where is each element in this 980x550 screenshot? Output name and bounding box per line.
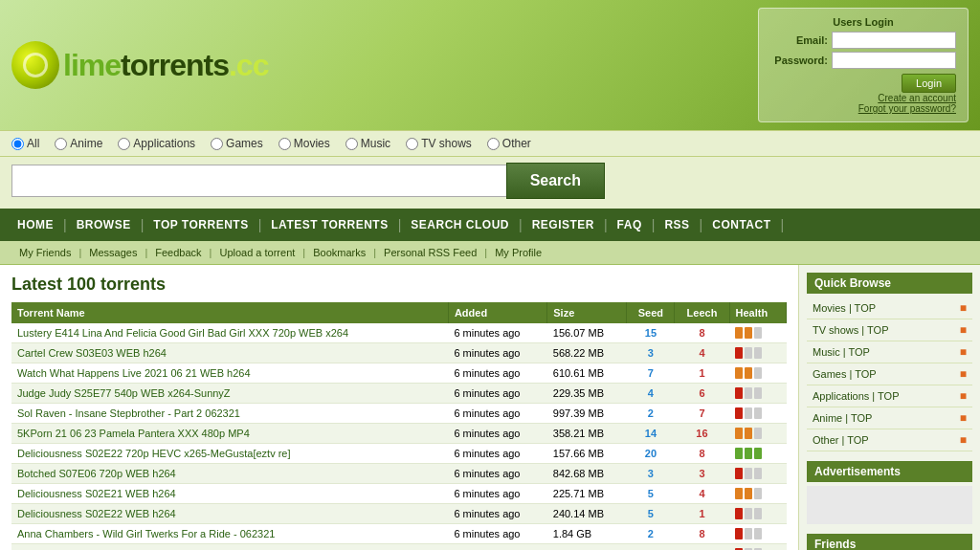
torrent-name-link[interactable]: Lustery E414 Lina And Felicia Good Girl … xyxy=(17,327,348,339)
subnav-friends[interactable]: My Friends xyxy=(11,245,78,260)
torrent-name-link[interactable]: Deliciousness S02E22 WEB h264 xyxy=(17,508,176,519)
filter-games[interactable]: Games xyxy=(211,137,263,150)
torrent-added-cell: 6 minutes ago xyxy=(448,424,546,444)
search-button[interactable]: Search xyxy=(506,163,605,199)
torrent-seed-cell: 2 xyxy=(627,404,675,424)
table-row: Watch What Happens Live 2021 06 21 WEB h… xyxy=(11,363,787,384)
torrent-health-cell xyxy=(729,444,786,464)
col-name: Torrent Name xyxy=(11,302,448,323)
sidebar-other-top-link[interactable]: Other | TOP xyxy=(813,434,869,446)
health-bar xyxy=(735,468,780,479)
sidebar-tvshows-top[interactable]: TV shows | TOP ■ xyxy=(807,319,972,341)
col-seed: Seed xyxy=(627,302,675,323)
sidebar-anime-top-link[interactable]: Anime | TOP xyxy=(813,412,872,424)
health-bar xyxy=(735,387,780,399)
health-bar xyxy=(735,528,780,539)
filter-music[interactable]: Music xyxy=(345,137,390,150)
filter-tvshows[interactable]: TV shows xyxy=(406,137,472,150)
torrent-health-cell xyxy=(729,384,786,404)
password-field[interactable] xyxy=(832,52,956,69)
filter-bar: All Anime Applications Games Movies Musi… xyxy=(0,130,980,157)
torrent-size-cell: 225.71 MB xyxy=(547,484,627,504)
sidebar-games-top-link[interactable]: Games | TOP xyxy=(813,368,877,380)
filter-other[interactable]: Other xyxy=(487,137,531,150)
login-button[interactable]: Login xyxy=(902,74,956,93)
filter-applications[interactable]: Applications xyxy=(118,137,195,150)
table-row: Deliciousness S02E21 WEB h264 6 minutes … xyxy=(11,484,787,504)
torrent-name-link[interactable]: Deliciousness S02E21 WEB h264 xyxy=(17,488,176,499)
torrent-leech-cell: 4 xyxy=(675,484,729,504)
torrent-name-cell: Watch What Happens Live 2021 06 21 WEB h… xyxy=(11,363,448,384)
sidebar-anime-top[interactable]: Anime | TOP ■ xyxy=(807,407,972,429)
login-title: Users Login xyxy=(770,16,956,28)
torrent-name-link[interactable]: Anna Chambers - Wild Girl Twerks For a R… xyxy=(17,528,275,539)
nav-latest-torrents[interactable]: LATEST TORRENTS xyxy=(261,209,397,241)
subnav-upload[interactable]: Upload a torrent xyxy=(212,245,302,260)
subnav-rss-feed[interactable]: Personal RSS Feed xyxy=(376,245,484,260)
ads-placeholder xyxy=(807,486,972,524)
sidebar-music-top[interactable]: Music | TOP ■ xyxy=(807,341,972,363)
rss-icon-games: ■ xyxy=(960,367,967,381)
torrent-added-cell: 6 minutes ago xyxy=(448,363,546,384)
content-area: Latest 100 torrents Torrent Name Added S… xyxy=(0,265,798,550)
search-bar: Search xyxy=(0,157,980,209)
filter-anime[interactable]: Anime xyxy=(55,137,102,150)
sidebar-other-top[interactable]: Other | TOP ■ xyxy=(807,429,972,451)
sidebar-games-top[interactable]: Games | TOP ■ xyxy=(807,363,972,385)
table-row: Judge Judy S25E77 540p WEB x264-SunnyZ 6… xyxy=(11,384,787,404)
nav-rss[interactable]: RSS xyxy=(655,209,699,241)
torrent-name-link[interactable]: 5KPorn 21 06 23 Pamela Pantera XXX 480p … xyxy=(17,428,250,439)
torrent-health-cell xyxy=(729,323,786,343)
nav-register[interactable]: REGISTER xyxy=(523,209,604,241)
torrent-leech-cell: 1 xyxy=(675,504,729,524)
torrent-name-link[interactable]: Watch What Happens Live 2021 06 21 WEB h… xyxy=(17,367,251,379)
torrent-seed-cell: 7 xyxy=(627,363,675,384)
forgot-password-link[interactable]: Forgot your password? xyxy=(770,103,956,114)
rss-icon-music: ■ xyxy=(960,345,967,359)
filter-all[interactable]: All xyxy=(11,137,39,150)
torrent-added-cell: 6 minutes ago xyxy=(448,484,546,504)
torrent-seed-cell: 3 xyxy=(627,343,675,363)
torrent-name-link[interactable]: Cartel Crew S03E03 WEB h264 xyxy=(17,347,167,359)
nav-top-torrents[interactable]: TOP TORRENTS xyxy=(144,209,257,241)
torrent-added-cell: 6 minutes ago xyxy=(448,524,546,544)
torrent-leech-cell: 7 xyxy=(675,404,729,424)
torrent-added-cell: 6 minutes ago xyxy=(448,444,546,464)
page-title: Latest 100 torrents xyxy=(11,275,787,295)
friends-section: Friends Torrent Downloads Torrents.me To… xyxy=(807,534,972,550)
nav-faq[interactable]: FAQ xyxy=(608,209,652,241)
sidebar-applications-top-link[interactable]: Applications | TOP xyxy=(813,390,900,402)
sidebar-movies-top[interactable]: Movies | TOP ■ xyxy=(807,297,972,319)
sidebar-tvshows-top-link[interactable]: TV shows | TOP xyxy=(813,324,888,336)
torrent-name-link[interactable]: Judge Judy S25E77 540p WEB x264-SunnyZ xyxy=(17,387,231,399)
table-row: Sol Raven - Insane Stepbrother - Part 2 … xyxy=(11,404,787,424)
torrent-seed-cell: 2 xyxy=(627,524,675,544)
subnav-profile[interactable]: My Profile xyxy=(487,245,549,260)
logo[interactable]: limetorrents.cc xyxy=(11,41,268,89)
subnav-feedback[interactable]: Feedback xyxy=(147,245,209,260)
email-field[interactable] xyxy=(832,32,956,49)
nav-search-cloud[interactable]: SEARCH CLOUD xyxy=(401,209,519,241)
subnav-bookmarks[interactable]: Bookmarks xyxy=(305,245,373,260)
subnav-messages[interactable]: Messages xyxy=(81,245,145,260)
nav-browse[interactable]: BROWSE xyxy=(67,209,141,241)
torrent-name-cell: Cartel Crew S03E03 WEB h264 xyxy=(11,343,448,363)
logo-text: limetorrents.cc xyxy=(63,48,268,83)
table-row: Botched S07E06 720p WEB h264 6 minutes a… xyxy=(11,464,787,484)
col-leech: Leech xyxy=(675,302,729,323)
torrent-leech-cell: 3 xyxy=(675,464,729,484)
main-wrap: Latest 100 torrents Torrent Name Added S… xyxy=(0,265,980,550)
nav-home[interactable]: HOME xyxy=(8,209,63,241)
sidebar-applications-top[interactable]: Applications | TOP ■ xyxy=(807,385,972,407)
torrent-added-cell: 6 minutes ago xyxy=(448,404,546,424)
nav-contact[interactable]: CONTACT xyxy=(702,209,780,241)
torrent-size-cell: 1.84 GB xyxy=(547,524,627,544)
filter-movies[interactable]: Movies xyxy=(278,137,330,150)
search-input[interactable] xyxy=(11,165,506,197)
sidebar-music-top-link[interactable]: Music | TOP xyxy=(813,346,870,358)
torrent-name-link[interactable]: Sol Raven - Insane Stepbrother - Part 2 … xyxy=(17,407,240,419)
torrent-name-link[interactable]: Botched S07E06 720p WEB h264 xyxy=(17,468,176,479)
torrent-name-link[interactable]: Deliciousness S02E22 720p HEVC x265-MeGu… xyxy=(17,448,291,459)
sidebar-movies-top-link[interactable]: Movies | TOP xyxy=(813,302,876,314)
create-account-link[interactable]: Create an account xyxy=(770,93,956,103)
